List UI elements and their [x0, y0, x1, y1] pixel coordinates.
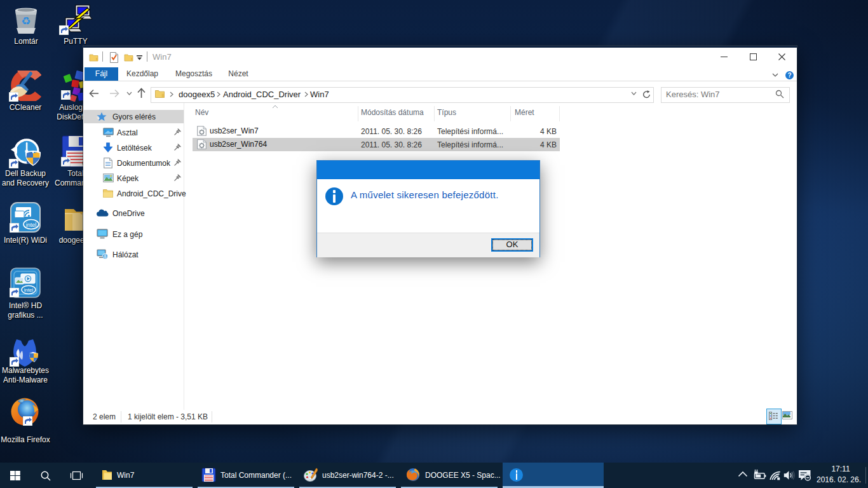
svg-text:intel: intel	[26, 222, 37, 228]
svg-text:intel: intel	[24, 287, 34, 293]
svg-text:♻: ♻	[21, 15, 31, 27]
